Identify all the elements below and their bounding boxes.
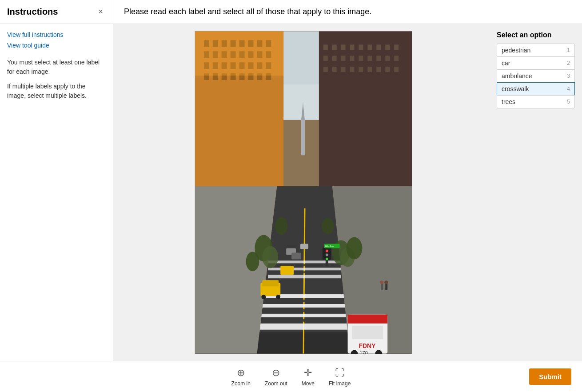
svg-point-105 [325,257,328,260]
zoom-out-label: Zoom out [265,380,287,387]
option-label: ambulance [502,72,532,80]
svg-rect-68 [243,319,363,322]
svg-point-88 [321,218,334,234]
option-number: 4 [567,86,570,92]
svg-rect-90 [262,280,279,286]
content-area: Please read each label and select all of… [113,0,582,361]
sidebar-title: Instructions [7,7,58,17]
fit-image-label: Fit image [329,380,351,387]
zoom-in-icon: ⊕ [237,367,245,379]
svg-point-83 [246,252,259,271]
svg-rect-76 [268,268,341,270]
zoom-in-button[interactable]: ⊕ Zoom in [231,367,251,387]
svg-rect-53 [385,56,390,61]
svg-rect-57 [341,67,345,72]
option-number: 1 [567,47,570,53]
svg-rect-77 [268,264,341,266]
option-label: trees [502,98,515,105]
svg-rect-47 [332,56,336,61]
fit-image-button[interactable]: ⛶ Fit image [329,367,351,387]
submit-button[interactable]: Submit [529,368,571,385]
option-label: car [502,60,510,67]
svg-text:8th Ave: 8th Ave [325,245,334,248]
svg-rect-74 [268,275,341,278]
svg-rect-43 [376,44,381,50]
option-item-pedestrian[interactable]: pedestrian1 [497,44,575,57]
svg-point-82 [262,246,278,268]
instruction-paragraph-2: If multiple labels apply to the image, s… [7,82,106,100]
svg-rect-37 [323,44,327,50]
tool-guide-link[interactable]: View tool guide [7,42,106,49]
option-item-car[interactable]: car2 [497,56,575,70]
option-item-crosswalk[interactable]: crosswalk4 [497,82,575,96]
svg-point-86 [346,237,362,260]
svg-rect-60 [367,67,372,72]
svg-rect-39 [341,44,345,50]
sidebar: Instructions × View full instructions Vi… [0,0,113,361]
svg-point-92 [276,295,280,299]
svg-rect-54 [394,56,399,61]
svg-rect-52 [376,56,381,61]
svg-rect-51 [367,56,372,61]
svg-rect-61 [376,67,381,72]
main-instruction: Please read each label and select all of… [124,7,371,16]
svg-rect-49 [350,56,354,61]
move-button[interactable]: ✛ Move [302,367,315,387]
svg-rect-95 [347,315,387,324]
option-label: crosswalk [502,85,529,92]
street-image: FDNY 170 8th Ave [195,31,412,354]
svg-rect-117 [195,31,283,76]
svg-rect-115 [301,120,305,156]
svg-rect-62 [385,67,390,72]
instruction-paragraph-1: You must select at least one label for e… [7,58,106,76]
svg-rect-75 [268,271,341,273]
option-item-trees[interactable]: trees5 [497,95,575,108]
svg-rect-67 [243,324,363,330]
options-list: pedestrian1car2ambulance3crosswalk4trees… [497,44,575,108]
zoom-in-label: Zoom in [231,380,251,387]
svg-point-104 [325,253,328,256]
bottom-toolbar: ⊕ Zoom in ⊖ Zoom out ✛ Move ⛶ Fit image … [0,361,582,392]
svg-rect-108 [381,284,383,290]
svg-point-87 [275,217,287,235]
option-number: 3 [567,73,570,79]
svg-rect-110 [385,284,387,290]
svg-rect-59 [359,67,363,72]
zoom-out-icon: ⊖ [272,367,280,379]
zoom-out-button[interactable]: ⊖ Zoom out [265,367,287,387]
svg-rect-38 [332,44,336,50]
option-item-ambulance[interactable]: ambulance3 [497,69,575,83]
fit-image-icon: ⛶ [335,367,345,379]
svg-rect-45 [394,44,399,50]
svg-rect-46 [323,56,327,61]
svg-point-103 [325,249,328,252]
sidebar-header: Instructions × [0,0,113,24]
svg-rect-113 [291,252,301,259]
options-panel: Select an option pedestrian1car2ambulanc… [493,24,582,361]
street-scene-svg: FDNY 170 8th Ave [195,31,412,354]
svg-rect-96 [352,326,383,339]
full-instructions-link[interactable]: View full instructions [7,31,106,38]
move-label: Move [302,380,315,387]
svg-rect-56 [332,67,336,72]
svg-rect-50 [359,56,363,61]
close-button[interactable]: × [96,6,106,17]
svg-rect-41 [359,44,363,50]
svg-text:170: 170 [359,350,367,354]
option-label: pedestrian [502,47,530,54]
sidebar-instructions: You must select at least one label for e… [0,56,113,113]
svg-rect-42 [367,44,372,50]
svg-point-111 [384,280,388,284]
svg-rect-44 [385,44,390,50]
options-title: Select an option [497,31,575,39]
svg-rect-63 [394,67,399,72]
svg-point-91 [261,295,266,299]
content-body: FDNY 170 8th Ave [113,24,582,361]
svg-text:FDNY: FDNY [359,342,376,349]
svg-rect-48 [341,56,345,61]
svg-rect-55 [323,67,327,72]
option-number: 2 [567,60,570,66]
svg-rect-78 [268,260,341,263]
content-header: Please read each label and select all of… [113,0,582,24]
move-icon: ✛ [304,367,312,379]
